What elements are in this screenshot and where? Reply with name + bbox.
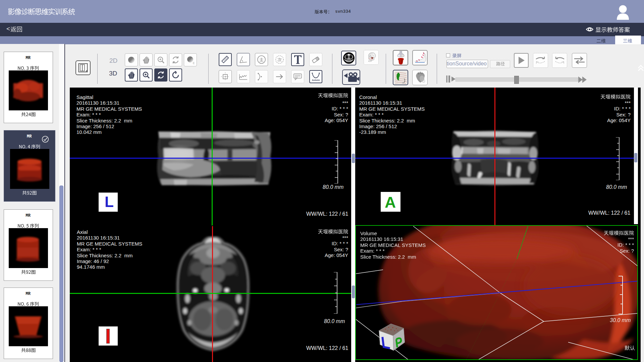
svg-text:D: D: [422, 79, 425, 84]
svg-text:c: c: [193, 61, 195, 65]
